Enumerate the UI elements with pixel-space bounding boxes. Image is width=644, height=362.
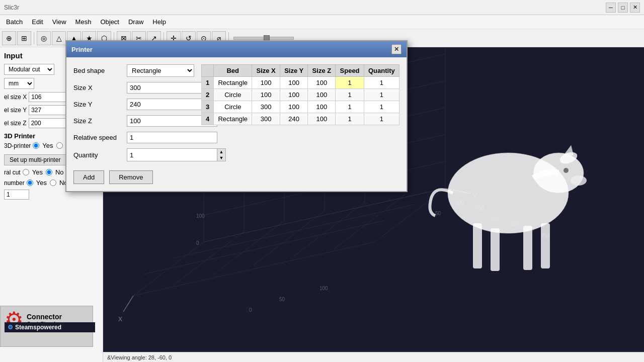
col-qty-header: Quantity bbox=[364, 65, 399, 77]
menu-mesh[interactable]: Mesh bbox=[71, 17, 96, 27]
table-cell-r3-c1: Rectangle bbox=[214, 113, 252, 125]
ral-cut-no-radio[interactable] bbox=[46, 169, 52, 175]
maximize-button[interactable]: □ bbox=[618, 3, 628, 13]
steam-badge: ⚙ Steamspowered bbox=[5, 322, 95, 332]
table-cell-r3-c4: 100 bbox=[308, 113, 336, 125]
viewing-angle-text: &Viewing angle: 28, -60, 0 bbox=[107, 354, 172, 360]
add-button[interactable]: Add bbox=[73, 170, 104, 184]
svg-text:0: 0 bbox=[196, 240, 199, 245]
ral-cut-label: ral cut bbox=[4, 169, 21, 176]
table-cell-r0-c2: 100 bbox=[252, 77, 280, 89]
menu-batch[interactable]: Batch bbox=[2, 17, 27, 27]
steam-icon: ⚙ bbox=[8, 324, 13, 331]
bed-shape-select[interactable]: Rectangle Circle Custom bbox=[127, 64, 194, 77]
multi-printer-yes-radio[interactable] bbox=[33, 142, 39, 149]
table-cell-r0-c5: 1 bbox=[336, 77, 364, 89]
table-cell-r0-c6: 1 bbox=[364, 77, 399, 89]
remove-button[interactable]: Remove bbox=[109, 170, 152, 184]
el-size-x-input[interactable] bbox=[29, 92, 69, 102]
menu-view[interactable]: View bbox=[48, 17, 70, 27]
table-cell-r1-c3: 100 bbox=[280, 89, 307, 101]
toolbar-sep-0 bbox=[34, 32, 34, 44]
table-row: 3Circle30010010011 bbox=[202, 101, 399, 113]
quantity-label: Quantity bbox=[73, 151, 124, 159]
setup-multi-printer-button[interactable]: Set up multi-printer bbox=[4, 154, 66, 165]
table-cell-r0-c4: 100 bbox=[308, 77, 336, 89]
table-cell-r1-c4: 100 bbox=[308, 89, 336, 101]
ral-cut-no-label: No bbox=[55, 168, 64, 176]
number-yes-radio[interactable] bbox=[27, 179, 33, 186]
table-cell-r3-c6: 1 bbox=[364, 113, 399, 125]
menu-edit[interactable]: Edit bbox=[28, 17, 47, 27]
printer-dialog-body: Bed shape Rectangle Circle Custom Size X… bbox=[66, 57, 407, 191]
number-value-input[interactable] bbox=[4, 190, 29, 200]
printer-dialog-close-button[interactable]: ✕ bbox=[391, 44, 401, 54]
rel-speed-label: Relative speed bbox=[73, 134, 124, 141]
table-row: 1Rectangle10010010011 bbox=[202, 77, 399, 89]
size-z-row: Size Z bbox=[73, 115, 194, 127]
toolbar-btn-3[interactable]: △ bbox=[52, 31, 66, 45]
rel-speed-row: Relative speed bbox=[73, 132, 194, 143]
menu-help[interactable]: Help bbox=[148, 17, 170, 27]
el-size-x-label: el size X bbox=[4, 94, 27, 101]
table-cell-r2-c6: 1 bbox=[364, 101, 399, 113]
zoom-slider[interactable] bbox=[233, 37, 294, 40]
toolbar-btn-0[interactable]: ⊕ bbox=[2, 31, 16, 45]
col-sx-header: Size X bbox=[252, 65, 280, 77]
table-cell-r0-c3: 100 bbox=[280, 77, 307, 89]
printer-dialog-titlebar: Printer ✕ bbox=[66, 41, 407, 57]
table-cell-r2-c3: 100 bbox=[280, 101, 307, 113]
multi-printer-yes-label: Yes bbox=[42, 142, 53, 149]
menu-bar: Batch Edit View Mesh Object Draw Help bbox=[0, 15, 644, 29]
table-cell-r1-c1: Circle bbox=[214, 89, 252, 101]
multi-printer-label: 3D-printer bbox=[4, 142, 31, 149]
size-z-label: Size Z bbox=[73, 117, 124, 125]
el-size-z-input[interactable] bbox=[29, 118, 69, 128]
app-title: Slic3r bbox=[4, 4, 19, 11]
table-row: 4Rectangle30024010011 bbox=[202, 113, 399, 125]
table-cell-r3-c2: 300 bbox=[252, 113, 280, 125]
el-size-y-input[interactable] bbox=[29, 105, 69, 115]
printer-table-body: 1Rectangle100100100112Circle100100100113… bbox=[202, 77, 399, 125]
toolbar-btn-2[interactable]: ◎ bbox=[37, 31, 51, 45]
table-cell-r0-c0: 1 bbox=[202, 77, 214, 89]
table-cell-r2-c5: 1 bbox=[336, 101, 364, 113]
close-button[interactable]: ✕ bbox=[630, 3, 640, 13]
number-label: number bbox=[4, 179, 25, 187]
svg-line-22 bbox=[174, 205, 415, 258]
toolbar-btn-1[interactable]: ⊞ bbox=[17, 31, 31, 45]
menu-draw[interactable]: Draw bbox=[124, 17, 147, 27]
modular-cut-select[interactable]: Modular cut bbox=[4, 64, 54, 75]
svg-rect-48 bbox=[541, 223, 550, 268]
ral-cut-yes-radio[interactable] bbox=[23, 169, 29, 175]
table-cell-r3-c5: 1 bbox=[336, 113, 364, 125]
printer-form: Bed shape Rectangle Circle Custom Size X… bbox=[73, 64, 194, 184]
svg-text:100: 100 bbox=[319, 286, 328, 291]
number-yes-label: Yes bbox=[36, 179, 47, 187]
table-cell-r1-c5: 1 bbox=[336, 89, 364, 101]
svg-text:0: 0 bbox=[249, 307, 252, 313]
menu-object[interactable]: Object bbox=[96, 17, 123, 27]
steam-text: Steamspowered bbox=[15, 324, 61, 331]
svg-point-50 bbox=[571, 175, 587, 186]
minimize-button[interactable]: ─ bbox=[606, 3, 616, 13]
col-num-header bbox=[202, 65, 214, 77]
el-size-y-label: el size Y bbox=[4, 107, 27, 114]
col-bed-header: Bed bbox=[214, 65, 252, 77]
status-bar: &Viewing angle: 28, -60, 0 bbox=[103, 352, 644, 362]
title-bar: Slic3r ─ □ ✕ bbox=[0, 0, 644, 15]
printer-dialog-title: Printer bbox=[71, 46, 93, 53]
cow-model bbox=[392, 72, 624, 314]
multi-printer-no-radio[interactable] bbox=[56, 142, 63, 149]
printer-table: Bed Size X Size Y Size Z Speed Quantity … bbox=[201, 64, 399, 125]
svg-line-17 bbox=[254, 211, 325, 264]
svg-text:100: 100 bbox=[196, 213, 205, 219]
number-no-radio[interactable] bbox=[50, 179, 56, 186]
size-y-row: Size Y bbox=[73, 99, 194, 110]
size-x-label: Size X bbox=[73, 84, 124, 92]
table-header-row: Bed Size X Size Y Size Z Speed Quantity bbox=[202, 65, 399, 77]
window-controls: ─ □ ✕ bbox=[606, 3, 640, 13]
number-radio-group: Yes No bbox=[27, 179, 68, 187]
svg-line-18 bbox=[294, 202, 365, 256]
unit-select[interactable]: mm bbox=[4, 78, 34, 89]
